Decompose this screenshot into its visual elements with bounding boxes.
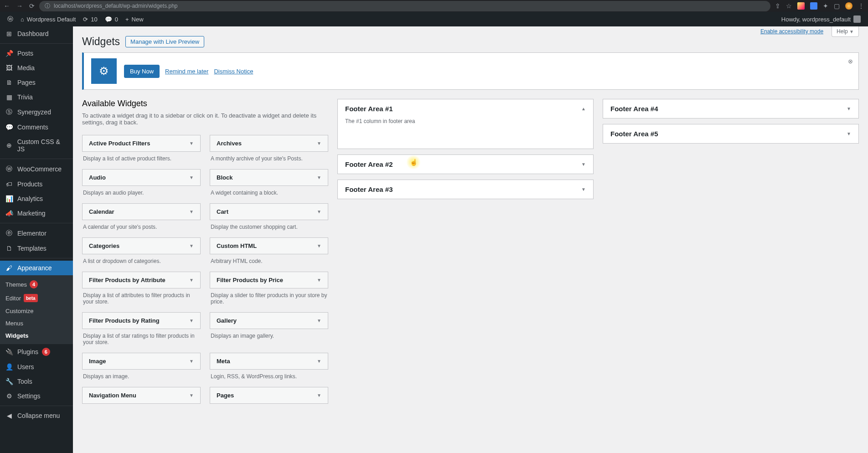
extensions-icon[interactable]: ✦ [823, 2, 828, 10]
submenu-themes[interactable]: Themes 4 [0, 278, 73, 291]
widget-title-bar[interactable]: Categories ▼ [82, 237, 201, 254]
menu-users[interactable]: 👤Users [0, 360, 73, 374]
menu-templates[interactable]: 🗋Templates [0, 241, 73, 256]
widget-title-bar[interactable]: Gallery ▼ [210, 312, 328, 329]
widget-area-dropzone[interactable] [338, 128, 593, 149]
menu-pages[interactable]: 🗎Pages [0, 75, 73, 90]
remind-later-link[interactable]: Remind me later [165, 68, 208, 75]
available-widget[interactable]: Filter Products by Attribute ▼ Display a… [82, 272, 201, 312]
available-widget[interactable]: Custom HTML ▼ Arbitrary HTML code. [210, 237, 328, 272]
available-widget[interactable]: Meta ▼ Login, RSS, & WordPress.org links… [210, 353, 328, 387]
help-tab[interactable]: Help ▼ [832, 26, 859, 37]
widget-title-bar[interactable]: Pages ▼ [210, 387, 328, 404]
screen-meta: Enable accessibility mode Help ▼ [756, 26, 859, 37]
widget-title-bar[interactable]: Calendar ▼ [82, 203, 201, 220]
account-link[interactable]: Howdy, wordpress_default [778, 12, 864, 26]
available-widget[interactable]: Block ▼ A widget containing a block. [210, 169, 328, 203]
menu-trivia[interactable]: ▦Trivia [0, 90, 73, 104]
window-icon[interactable]: ▢ [834, 2, 840, 10]
widget-description: Arbitrary HTML code. [210, 254, 328, 272]
submenu-menus[interactable]: Menus [0, 317, 73, 329]
dismiss-icon[interactable]: ⊗ [846, 57, 855, 66]
available-widget[interactable]: Archives ▼ A monthly archive of your sit… [210, 135, 328, 169]
menu-plugins[interactable]: 🔌Plugins 6 [0, 344, 73, 360]
available-widget[interactable]: Pages ▼ [210, 387, 328, 415]
widget-area-header[interactable]: Footer Area #5 ▼ [603, 124, 858, 143]
widget-title-bar[interactable]: Filter Products by Attribute ▼ [82, 272, 201, 288]
available-widget[interactable]: Cart ▼ Display the customer shopping car… [210, 203, 328, 237]
submenu-customize[interactable]: Customize [0, 305, 73, 317]
forward-icon[interactable]: → [16, 2, 23, 10]
available-widget[interactable]: Categories ▼ A list or dropdown of categ… [82, 237, 201, 272]
dismiss-notice-link[interactable]: Dismiss Notice [214, 68, 253, 75]
menu-products[interactable]: 🏷Products [0, 177, 73, 191]
menu-posts[interactable]: 📌Posts [0, 46, 73, 61]
available-widget[interactable]: Gallery ▼ Displays an image gallery. [210, 312, 328, 353]
menu-synergyzed[interactable]: ⓈSynergyzed [0, 104, 73, 120]
widget-title-bar[interactable]: Navigation Menu ▼ [82, 387, 201, 404]
menu-dashboard[interactable]: ⊞Dashboard [0, 26, 73, 41]
widget-title-bar[interactable]: Image ▼ [82, 353, 201, 370]
available-widget[interactable]: Calendar ▼ A calendar of your site's pos… [82, 203, 201, 237]
new-link[interactable]: +New [122, 12, 147, 26]
available-widget[interactable]: Navigation Menu ▼ [82, 387, 201, 415]
menu-analytics[interactable]: 📊Analytics [0, 191, 73, 206]
promo-notice: ⚙ Buy Now Remind me later Dismiss Notice… [82, 52, 859, 90]
available-widget[interactable]: Active Product Filters ▼ Display a list … [82, 135, 201, 169]
menu-marketing[interactable]: 📣Marketing [0, 206, 73, 221]
widget-area-title: Footer Area #3 [345, 185, 393, 193]
page-title: Widgets [82, 36, 120, 48]
buy-now-button[interactable]: Buy Now [124, 65, 160, 78]
widget-title-bar[interactable]: Active Product Filters ▼ [82, 135, 201, 152]
widget-title-bar[interactable]: Filter Products by Rating ▼ [82, 312, 201, 329]
widget-title-text: Filter Products by Rating [89, 317, 160, 324]
menu-media[interactable]: 🖾Media [0, 61, 73, 75]
widget-area: Footer Area #1 ▲ The #1 column in footer… [337, 99, 594, 149]
info-icon: ⓘ [45, 2, 50, 10]
menu-settings[interactable]: ⚙Settings [0, 389, 73, 403]
manage-live-preview-button[interactable]: Manage with Live Preview [125, 36, 204, 47]
widget-title-bar[interactable]: Archives ▼ [210, 135, 328, 152]
menu-custom-css[interactable]: ⊕Custom CSS & JS [0, 134, 73, 156]
extension-icon-2[interactable] [810, 2, 817, 10]
widget-title-bar[interactable]: Meta ▼ [210, 353, 328, 370]
available-widget[interactable]: Filter Products by Rating ▼ Display a li… [82, 312, 201, 353]
widget-title-bar[interactable]: Cart ▼ [210, 203, 328, 220]
updates-link[interactable]: ⟳10 [79, 12, 101, 26]
menu-elementor[interactable]: ⓔElementor [0, 226, 73, 241]
widget-title-bar[interactable]: Custom HTML ▼ [210, 237, 328, 254]
comments-link[interactable]: 💬0 [101, 12, 122, 26]
site-link[interactable]: ⌂Wordpress Default [17, 12, 79, 26]
submenu-editor[interactable]: Editor beta [0, 291, 73, 305]
submenu-widgets[interactable]: Widgets [0, 329, 73, 342]
plugins-icon: 🔌 [5, 348, 14, 355]
widget-title-bar[interactable]: Filter Products by Price ▼ [210, 272, 328, 288]
wp-logo[interactable]: ⓦ [4, 12, 17, 26]
collapse-menu[interactable]: ◀Collapse menu [0, 408, 73, 423]
profile-avatar-icon[interactable] [845, 2, 852, 10]
update-icon: ⟳ [83, 16, 88, 23]
available-widget[interactable]: Audio ▼ Displays an audio player. [82, 169, 201, 203]
widget-area-header[interactable]: Footer Area #4 ▼ [603, 99, 858, 118]
widget-title-bar[interactable]: Audio ▼ [82, 169, 201, 186]
menu-icon[interactable]: ⋮ [858, 2, 864, 10]
extension-icon-1[interactable] [797, 2, 805, 10]
menu-woocommerce[interactable]: ⓦWooCommerce [0, 161, 73, 177]
widget-description: A widget containing a block. [210, 186, 328, 203]
reload-icon[interactable]: ⟳ [29, 2, 35, 10]
back-icon[interactable]: ← [4, 2, 10, 10]
widget-area-header[interactable]: Footer Area #1 ▲ [338, 99, 593, 118]
menu-tools[interactable]: 🔧Tools [0, 374, 73, 389]
menu-appearance[interactable]: 🖌Appearance [0, 261, 73, 275]
bookmark-icon[interactable]: ☆ [786, 2, 792, 10]
widget-description: Login, RSS, & WordPress.org links. [210, 370, 328, 387]
accessibility-link[interactable]: Enable accessibility mode [756, 26, 828, 37]
available-widget[interactable]: Filter Products by Price ▼ Display a sli… [210, 272, 328, 312]
menu-comments[interactable]: 💬Comments [0, 120, 73, 134]
widget-area-header[interactable]: Footer Area #3 ▼ [338, 180, 593, 199]
available-widget[interactable]: Image ▼ Displays an image. [82, 353, 201, 387]
widget-area-header[interactable]: Footer Area #2 ▼ [338, 155, 593, 174]
share-icon[interactable]: ⇪ [775, 2, 780, 10]
url-bar[interactable]: ⓘ localhost/wordpress_default/wp-admin/w… [39, 1, 770, 11]
widget-title-bar[interactable]: Block ▼ [210, 169, 328, 186]
